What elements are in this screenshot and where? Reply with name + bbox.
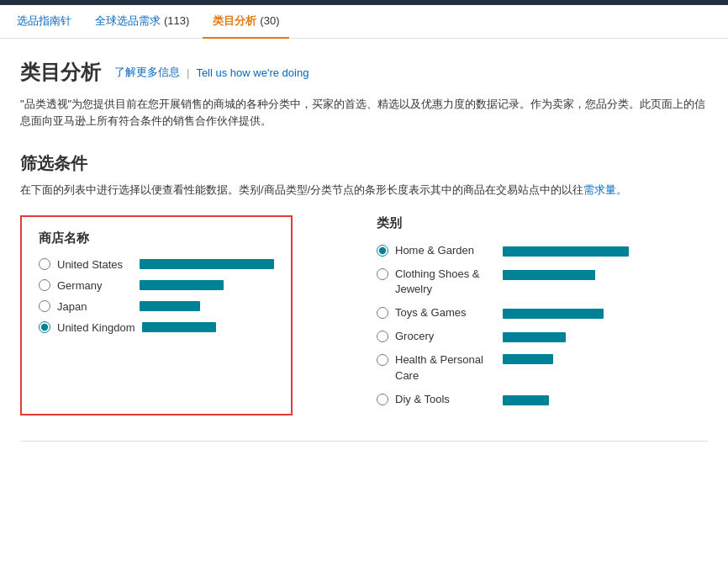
pipe-divider: | [187,66,189,79]
store-bar-de [140,280,224,290]
main-content: 类目分析 了解更多信息 | Tell us how we're doing "品… [0,39,728,442]
cat-row-1: Clothing Shoes &Jewelry [377,267,629,297]
cat-radio-grocery[interactable] [377,331,388,342]
feedback-link[interactable]: Tell us how we're doing [196,66,309,79]
cat-row-5: Diy & Tools [377,392,629,407]
store-bar-uk [142,322,216,332]
bar-uk [142,322,216,332]
store-label-uk: United Kingdom [57,321,135,334]
filter-section-title: 筛选条件 [20,152,708,175]
bar-de [140,280,224,290]
demand-link[interactable]: 需求量。 [583,183,627,196]
cat-row-4: Health & PersonalCare [377,352,629,383]
cat-label-home: Home & Garden [395,243,496,258]
store-label-us: United States [57,258,133,271]
store-bar-jp [140,301,200,311]
bar-jp [140,301,200,311]
store-bar-us [140,259,274,269]
category-filter-title: 类别 [377,215,629,231]
cat-bar-diy [503,392,549,405]
cat-label-grocery: Grocery [395,329,496,344]
cat-row-2: Toys & Games [377,305,629,320]
header-links: 了解更多信息 | Tell us how we're doing [114,65,309,80]
cat-label-diy: Diy & Tools [395,392,496,407]
store-radio-us[interactable] [39,258,50,270]
cat-radio-toys[interactable] [377,307,388,319]
filter-area: 商店名称 United States Germany Japan [20,215,708,416]
cat-radio-clothing[interactable] [377,268,388,280]
bar-clothing [503,270,595,280]
cat-label-clothing: Clothing Shoes &Jewelry [395,267,496,297]
bar-grocery [503,332,566,342]
bar-diy [503,395,549,405]
store-filter-box: 商店名称 United States Germany Japan [20,215,293,416]
learn-more-link[interactable]: 了解更多信息 [114,65,180,80]
store-label-jp: Japan [57,300,133,313]
bar-health [503,354,553,364]
store-radio-de[interactable] [39,279,50,291]
bar-home [503,246,629,257]
page-title: 类目分析 [20,59,101,86]
store-row-0: United States [39,258,274,271]
tab-navigation: 选品指南针 全球选品需求 (113) 类目分析 (30) [0,5,728,39]
bar-toys [503,309,604,319]
cat-bar-health [503,352,553,364]
bottom-divider [20,441,708,442]
cat-bar-grocery [503,329,566,342]
filter-description: 在下面的列表中进行选择以便查看性能数据。类别/商品类型/分类节点的条形长度表示其… [20,182,708,198]
cat-radio-home[interactable] [377,245,388,257]
store-label-de: Germany [57,279,133,292]
cat-bar-toys [503,305,604,319]
store-filter-title: 商店名称 [39,230,274,246]
store-row-1: Germany [39,279,274,292]
store-radio-uk[interactable] [39,321,50,333]
cat-row-3: Grocery [377,329,629,344]
store-radio-jp[interactable] [39,300,50,312]
cat-label-health: Health & PersonalCare [395,352,496,383]
cat-row-0: Home & Garden [377,243,629,258]
store-row-3: United Kingdom [39,321,274,334]
category-filter-box: 类别 Home & Garden Clothing Shoes &Jewelry… [360,215,629,416]
bar-us [140,259,274,269]
cat-bar-home [503,243,629,257]
store-row-2: Japan [39,300,274,313]
cat-bar-clothing [503,267,595,280]
tab-global[interactable]: 全球选品需求 (113) [85,5,199,39]
page-header: 类目分析 了解更多信息 | Tell us how we're doing [20,59,708,86]
cat-radio-diy[interactable] [377,394,388,405]
cat-label-toys: Toys & Games [395,305,496,320]
page-description: "品类透视"为您提供目前在您开展销售的商城的各种分类中，买家的首选、精选以及优惠… [20,96,708,129]
tab-category[interactable]: 类目分析 (30) [203,5,289,39]
tab-guide[interactable]: 选品指南针 [17,5,82,39]
cat-radio-health[interactable] [377,354,388,366]
